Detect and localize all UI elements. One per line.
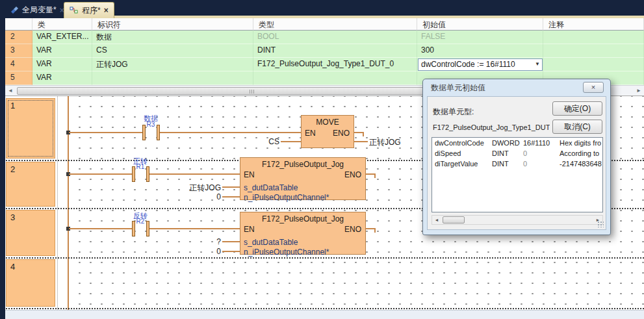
header-identifier[interactable]: 标识符 <box>92 18 253 31</box>
resize-grip[interactable] <box>597 221 604 227</box>
cell-initial-value[interactable]: FALSE <box>417 31 543 44</box>
cell-class[interactable]: VAR <box>32 58 92 71</box>
operand-input[interactable]: ? <box>195 237 221 246</box>
pin-en: EN <box>244 225 255 234</box>
member-row[interactable]: dwControlCode DWORD 16#1110 Hex digits f… <box>432 138 602 148</box>
rung-number-3[interactable]: 3 <box>6 210 55 256</box>
rung-number-1[interactable]: 1 <box>6 98 55 159</box>
scroll-left-icon[interactable]: ◄ <box>432 216 441 224</box>
cell-comment[interactable] <box>543 58 644 71</box>
cell-identifier[interactable]: 数据 <box>92 31 253 44</box>
wire <box>69 228 132 229</box>
cell-class[interactable]: VAR_EXTER... <box>32 31 92 44</box>
block-title: F172_PulseOutput_Jog <box>240 160 365 169</box>
f172-pulseoutput-jog-block[interactable]: F172_PulseOutput_Jog EN ENO s_dutDataTab… <box>240 212 366 255</box>
member-value: 0 <box>523 160 527 168</box>
cell-type[interactable]: F172_PulseOutput_Jog_Type1_DUT_0 <box>253 58 417 71</box>
tab-global-variables[interactable]: 全局变量* × <box>5 2 70 18</box>
wire <box>69 173 132 175</box>
wire <box>222 241 240 242</box>
move-block[interactable]: MOVE EN ENO <box>301 115 354 148</box>
pin-pulseoutputchannel: n_iPulseOutputChannel* <box>244 248 329 257</box>
rung-separator <box>6 257 644 259</box>
member-type: DINT <box>492 149 509 157</box>
member-type: DINT <box>492 160 509 168</box>
cancel-button[interactable]: 取消(C) <box>552 120 602 134</box>
cell-comment[interactable] <box>543 31 644 44</box>
tab-program[interactable]: 程序* × <box>64 2 114 18</box>
member-name: diSpeed <box>435 149 461 157</box>
f172-pulseoutput-jog-block[interactable]: F172_PulseOutput_Jog EN ENO s_dutDataTab… <box>240 157 366 200</box>
chevron-down-icon[interactable]: ▼ <box>535 61 540 67</box>
cell-identifier[interactable] <box>92 71 253 85</box>
rung-number-4[interactable]: 4 <box>6 259 55 307</box>
member-comment: -2147483648 <box>560 160 602 168</box>
cell-type[interactable] <box>253 71 417 85</box>
contact-bar-left[interactable] <box>142 125 146 140</box>
dialog-title: 数据单元初始值 <box>431 83 485 94</box>
member-comment: According to <box>560 149 599 157</box>
scroll-right-icon[interactable]: ► <box>634 86 644 96</box>
member-name: diTargetValue <box>435 160 478 168</box>
ok-button[interactable]: 确定(O) <box>552 101 602 116</box>
status-strip <box>0 310 644 319</box>
operand-input[interactable]: 0 <box>195 247 221 256</box>
cell-comment[interactable] <box>543 44 644 58</box>
window-left-edge <box>0 0 5 319</box>
tab-close-icon[interactable]: × <box>104 6 109 15</box>
header-class[interactable]: 类 <box>32 18 92 31</box>
cell-class[interactable]: VAR <box>32 44 92 58</box>
wire <box>281 141 301 142</box>
cell-initial-value[interactable]: 300 <box>417 44 543 58</box>
member-list[interactable]: dwControlCode DWORD 16#1110 Hex digits f… <box>431 137 603 212</box>
operand-output[interactable]: 正转JOG <box>369 137 401 148</box>
rung-separator <box>6 308 644 309</box>
row-number[interactable]: 4 <box>5 58 32 71</box>
program-icon <box>70 6 79 14</box>
scrollbar-thumb[interactable] <box>443 216 465 223</box>
operand-input[interactable]: 0 <box>195 192 221 201</box>
operand-input[interactable]: CS <box>253 137 279 146</box>
tab-label: 全局变量* <box>22 5 57 16</box>
row-number[interactable]: 5 <box>5 71 32 85</box>
cell-type[interactable]: DINT <box>253 44 417 58</box>
close-icon[interactable]: × <box>583 82 604 93</box>
cell-class[interactable]: VAR <box>32 71 92 85</box>
power-rail <box>68 96 69 310</box>
contact-bar-left[interactable] <box>132 166 135 182</box>
block-title: F172_PulseOutput_Jog <box>240 214 365 223</box>
cell-type[interactable]: BOOL <box>253 31 417 44</box>
eno-stub-hook <box>374 173 376 178</box>
row-number[interactable]: 2 <box>5 31 32 44</box>
header-initial-value[interactable]: 初始值 <box>417 18 543 31</box>
dialog-content: 数据单元型: 确定(O) 取消(C) F172_PulseOutput_Jog_… <box>427 96 606 230</box>
pin-eno: ENO <box>344 225 361 234</box>
pin-dutdatatable: s_dutDataTable <box>244 238 298 247</box>
contact-bar-left[interactable] <box>132 221 135 236</box>
member-row[interactable]: diSpeed DINT 0 According to <box>432 148 602 159</box>
initial-value-dropdown[interactable]: dwControlCode := 16#1110 ▼ <box>418 58 543 71</box>
contact-address: R3 <box>128 121 174 128</box>
eno-stub-hook <box>374 228 376 233</box>
rung-number-2[interactable]: 2 <box>6 162 55 207</box>
eno-stub-hook <box>363 132 364 136</box>
list-hscrollbar[interactable]: ◄ ► <box>431 215 603 225</box>
wire <box>222 196 240 198</box>
scrollbar-thumb[interactable] <box>17 87 482 95</box>
scroll-left-icon[interactable]: ◄ <box>5 86 16 96</box>
row-number[interactable]: 3 <box>5 44 32 58</box>
contact-address: R1 <box>118 163 163 170</box>
header-type[interactable]: 类型 <box>253 18 417 31</box>
thumb-grip <box>250 90 255 94</box>
header-comment[interactable]: 注释 <box>543 18 644 31</box>
pin-en: EN <box>244 170 255 179</box>
cell-identifier[interactable]: CS <box>92 44 253 58</box>
member-row[interactable]: diTargetValue DINT 0 -2147483648 <box>432 159 602 169</box>
rung-number-column-border <box>57 96 58 310</box>
wire <box>69 132 142 133</box>
cell-identifier[interactable]: 正转JOG <box>92 58 253 71</box>
data-unit-type-value: F172_PulseOutput_Jog_Type1_DUT_0 <box>433 123 550 131</box>
member-comment: Hex digits fro <box>560 139 601 147</box>
wire <box>149 228 240 229</box>
wire <box>222 251 240 252</box>
